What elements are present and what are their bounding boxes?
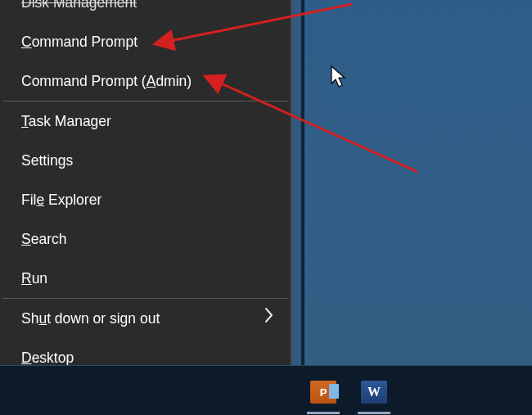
- taskbar-app-word[interactable]: W: [356, 371, 392, 413]
- menu-item-shutdown-signout[interactable]: Shut down or sign out: [0, 299, 291, 338]
- menu-label-key: S: [21, 231, 31, 247]
- menu-label-pre: Fil: [21, 192, 36, 208]
- menu-label-pre: Command Prompt (: [21, 73, 147, 89]
- word-icon: W: [361, 381, 387, 404]
- taskbar-app-presentation[interactable]: P: [305, 371, 341, 413]
- menu-label-post: Disk Management: [21, 0, 137, 11]
- menu-label-key: e: [36, 192, 44, 208]
- menu-label-post: Explorer: [44, 192, 101, 208]
- menu-label-post: ommand Prompt: [32, 34, 138, 50]
- app-letter: P: [320, 386, 327, 399]
- menu-label-key: A: [147, 73, 156, 89]
- taskbar-running-indicator: [358, 412, 390, 414]
- menu-item-task-manager[interactable]: Task Manager: [0, 101, 291, 141]
- menu-item-command-prompt[interactable]: Command Prompt: [0, 22, 291, 61]
- taskbar-apps: P W: [305, 367, 392, 413]
- taskbar-border: [0, 365, 532, 366]
- menu-item-settings[interactable]: Settings: [0, 141, 291, 180]
- menu-label-post: earch: [31, 231, 67, 247]
- menu-label-pre: Sh: [21, 310, 38, 327]
- menu-label-pre: Settin: [21, 152, 58, 169]
- menu-item-command-prompt-admin[interactable]: Command Prompt (Admin): [0, 61, 291, 101]
- menu-label-key: R: [21, 270, 32, 286]
- menu-label-post: un: [32, 270, 47, 286]
- menu-item-disk-management[interactable]: Disk Management: [0, 0, 291, 22]
- presentation-icon: P: [310, 381, 336, 404]
- winx-menu: Disk Management Command Prompt Command P…: [0, 0, 292, 382]
- menu-label-key: T: [21, 113, 29, 129]
- menu-item-search[interactable]: Search: [0, 219, 291, 259]
- menu-label-key: u: [38, 310, 47, 327]
- menu-label-key: C: [21, 34, 32, 50]
- chevron-right-icon: [264, 299, 274, 338]
- menu-label-post: esktop: [32, 350, 74, 366]
- menu-item-file-explorer[interactable]: File Explorer: [0, 180, 291, 219]
- menu-label-key: D: [21, 350, 32, 366]
- taskbar-running-indicator: [307, 412, 340, 414]
- menu-label-post: s: [65, 152, 73, 169]
- app-letter: W: [367, 385, 381, 399]
- menu-label-post: ask Manager: [29, 113, 111, 129]
- menu-label-post: dmin): [156, 73, 192, 89]
- desktop-background[interactable]: [300, 0, 532, 365]
- taskbar[interactable]: P W: [0, 365, 532, 415]
- window-edge: [300, 0, 304, 365]
- menu-item-run[interactable]: Run: [0, 259, 291, 298]
- menu-label-post: t down or sign out: [47, 310, 160, 327]
